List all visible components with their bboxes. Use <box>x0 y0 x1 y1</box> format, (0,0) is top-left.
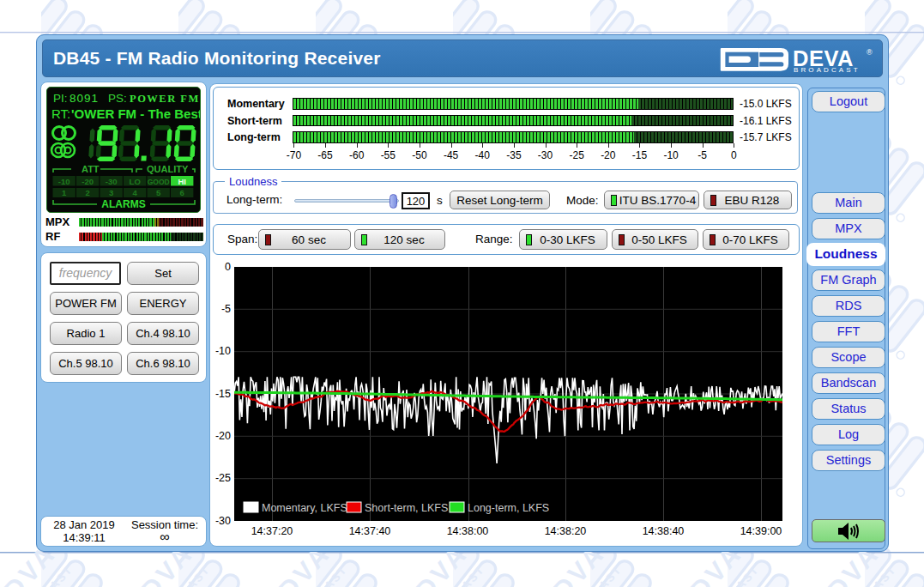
svg-text:-30: -30 <box>106 177 118 186</box>
svg-text:Long-term, LKFS: Long-term, LKFS <box>468 502 549 514</box>
svg-text:PI:: PI: <box>53 92 68 105</box>
svg-text:LO: LO <box>130 177 141 186</box>
svg-text:1: 1 <box>62 188 67 197</box>
svg-text:®: ® <box>867 48 873 57</box>
svg-text:PS:: PS: <box>108 92 127 105</box>
svg-text:Momentary, LKFS: Momentary, LKFS <box>262 502 347 514</box>
svg-text:ALARMS: ALARMS <box>101 198 145 210</box>
svg-text:2: 2 <box>86 188 90 197</box>
svg-text:Short-term, LKFS: Short-term, LKFS <box>365 502 448 514</box>
svg-text:5: 5 <box>156 188 161 197</box>
svg-text:4: 4 <box>133 188 138 197</box>
svg-text:ATT: ATT <box>82 164 100 174</box>
svg-text:6: 6 <box>180 188 184 197</box>
svg-text:HI: HI <box>178 177 186 186</box>
svg-text:'OWER FM - The Best: 'OWER FM - The Best <box>71 106 200 121</box>
svg-text:-20: -20 <box>82 177 94 186</box>
svg-text:3: 3 <box>109 188 113 197</box>
svg-text:BROADCAST: BROADCAST <box>794 66 861 73</box>
svg-text:GOOD: GOOD <box>148 178 170 186</box>
svg-text:-10: -10 <box>58 177 70 186</box>
svg-text:POWER FM: POWER FM <box>130 93 200 105</box>
svg-text:RT:: RT: <box>51 106 70 121</box>
svg-text:8091: 8091 <box>69 92 99 105</box>
svg-text:QUALITY: QUALITY <box>147 164 189 174</box>
